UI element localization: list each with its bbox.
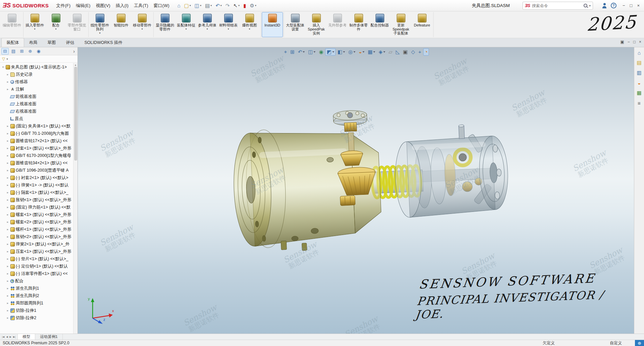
camera-icon[interactable]: ▣ [402,48,409,56]
tree-expand-arrow-icon[interactable]: ▸ [6,147,9,150]
tree-item[interactable]: ▸ (-) 衬套2<1> (默认) <<默认> [1,174,73,181]
assembly-features-button[interactable]: 装配体特征 ▾ [176,12,197,37]
dynamic-annotation-views-icon[interactable]: ◉ [317,48,325,56]
rebuild-icon[interactable]: ▮ [242,2,247,9]
bill-of-materials-button[interactable]: 材料明细表 ▾ [218,12,239,37]
undo-icon[interactable]: ↶ ▾ [214,2,223,9]
graphics-viewport[interactable]: ⌖ ⊞ ↶ ◫ ◉ [78,47,634,334]
tree-expand-arrow-icon[interactable]: ▸ [6,176,9,179]
panel-expand-arrow-icon[interactable]: › [72,49,76,54]
tree-item[interactable]: ▸ 派生孔阵列1 [1,285,73,292]
tree-expand-arrow-icon[interactable]: ▸ [6,80,9,83]
view-settings-icon[interactable]: ◈ [377,48,387,56]
tab-assembly[interactable]: 装配体 [1,38,24,47]
web-globe-icon[interactable]: ⊕ [635,340,644,346]
linear-component-pattern-button[interactable]: 线性零部件阵列 ▾ [89,12,110,37]
viewport-minimize-button[interactable]: − [628,40,630,44]
tree-expand-arrow-icon[interactable]: ▸ [6,191,9,194]
plane-display-icon[interactable]: ◇ [410,48,416,56]
doc-nav-button[interactable]: ▶ [10,336,11,338]
tree-expand-arrow-icon[interactable]: ▸ [6,250,9,253]
tree-item[interactable]: ▸ GB/T 1096-2003[普通平键 A [1,167,73,174]
tab-evaluate[interactable]: 评估 [61,38,80,47]
menu-file[interactable]: 文件(F) [53,1,73,10]
feature-manager-tab[interactable]: ⊟ [1,48,9,55]
instant3d-button[interactable]: Instant3D [262,12,283,37]
tree-expand-arrow-icon[interactable]: ▸ [6,206,9,209]
tree-expand-arrow-icon[interactable]: ▸ [6,213,9,216]
axes-display-icon[interactable]: + [417,48,423,56]
tree-item[interactable]: ▸ 胀销<2> (默认) <<默认>_外形 [1,233,73,240]
apply-scene-icon[interactable]: ▦ [366,48,377,56]
tree-item[interactable]: ▸ 胀销<1> (默认) <<默认>_外形 [1,196,73,204]
configuration-manager-tab[interactable]: ⊞ [18,48,26,55]
viewport-restore-button[interactable]: □ [633,40,636,44]
previous-view-icon[interactable]: ↶ [297,48,306,56]
tree-item[interactable]: ▸ (-) 定位销<1> (默认) <<默认 [1,263,73,270]
large-assembly-settings-button[interactable]: 大型装配体设置 [285,12,306,37]
tree-item[interactable]: ▸ (-) 隔套<1> (默认) <<默认>_ [1,189,73,196]
viewport-close-button[interactable]: × [639,40,641,44]
tree-expand-arrow-icon[interactable]: ▸ [6,198,9,201]
show-hidden-components-button[interactable]: 显示隐藏的零部件 [154,12,176,37]
solidworks-resources-icon[interactable]: ⌂ [636,49,643,56]
tree-expand-arrow-icon[interactable]: ▸ [6,124,9,128]
tree-expand-arrow-icon[interactable]: ▸ [6,154,9,157]
tree-expand-arrow-icon[interactable]: ▸ [6,183,9,187]
mate-button[interactable]: 配合 ▾ [45,12,66,37]
tree-item[interactable]: ▸ 切除-拉伸1 [1,307,73,314]
property-manager-tab[interactable]: ▤ [10,48,17,55]
edit-appearance-icon[interactable]: ◒ [357,48,366,56]
tab-solidworks-addins[interactable]: SOLIDWORKS 插件 [80,38,128,47]
tree-item[interactable]: ▸ (固定) 弹力筋<1> (默认) <<默 [1,204,73,211]
search-icon[interactable] [584,4,587,7]
tree-item[interactable]: ▸ 螺套<1> (默认) <<默认>_外形 [1,211,73,218]
search-dropdown-icon[interactable]: ▾ [589,4,591,7]
tree-expand-arrow-icon[interactable]: ▸ [6,161,9,165]
edit-component-button[interactable]: 编辑零部件 [1,12,22,37]
filter-dropdown-icon[interactable]: ▾ [6,57,8,61]
home-icon[interactable]: ⌂ [176,2,182,9]
tree-item[interactable]: ▸ (-) 活塞零件图<1> (默认) << [1,270,73,277]
tree-item[interactable]: ▾ 夹具总图 (默认) <显示状态-1> [1,63,73,71]
display-manager-tab[interactable]: ◉ [35,48,42,55]
panel-splitter[interactable] [77,47,78,334]
options-icon[interactable]: ⚙ ▾ [248,2,257,9]
perspective-icon[interactable]: ◺ [394,48,401,56]
reference-geometry-button[interactable]: 参考几何体 ▾ [197,12,218,37]
user-account-icon[interactable] [602,3,607,8]
help-icon[interactable]: ? [611,3,616,8]
tree-expand-arrow-icon[interactable]: ▸ [6,220,9,224]
tree-item[interactable]: ▸ 圆锥齿轮17×2<1> (默认) << [1,137,73,145]
mate-controller-button[interactable]: 配合控制器 [369,12,390,37]
tree-item[interactable]: ▸ (-) GB/T 70.1-2008[内六角圆 [1,130,73,137]
tree-item[interactable]: ▸ 弹簧2<1> (默认) <<默认>_外 [1,240,73,248]
zoom-area-icon[interactable]: ⊞ [289,48,296,56]
menu-view[interactable]: 视图(V) [93,1,113,10]
make-multibody-part-button[interactable]: 制作多体零件 [348,12,369,37]
tree-expand-arrow-icon[interactable]: ▸ [6,235,9,238]
menu-edit[interactable]: 编辑(E) [73,1,93,10]
tree-expand-arrow-icon[interactable]: ▸ [6,301,9,305]
tree-item[interactable]: ▸ (-) 垫片<1> (默认) <<默认>_ [1,255,73,263]
file-explorer-icon[interactable]: ▥ [636,69,643,76]
search-input[interactable] [532,3,582,8]
zoom-fit-icon[interactable]: ⌖ [283,48,288,56]
insert-speedpak-button[interactable]: 插入SpeedPak实例 [306,12,327,37]
scenes-icon[interactable]: ▦ [636,89,643,97]
viewport-dock-button[interactable]: ▣ [620,40,624,44]
tab-motion-study[interactable]: 运动算例1 [35,334,62,340]
tree-item[interactable]: ▸ 压套<1> (默认) <<默认>_外形 [1,248,73,255]
tab-sketch[interactable]: 草图 [43,38,61,47]
menu-insert[interactable]: 插入(I) [113,1,131,10]
tree-expand-arrow-icon[interactable]: ▸ [6,272,9,275]
tree-expand-arrow-icon[interactable]: ▸ [6,169,9,172]
menu-window[interactable]: 窗口(W) [151,1,172,10]
tree-expand-arrow-icon[interactable]: ▸ [6,242,9,246]
tree-expand-arrow-icon[interactable]: ▸ [6,257,9,261]
no-external-references-button[interactable]: 无外部参考 [327,12,348,37]
tree-item[interactable]: ▸ 历史记录 [1,71,73,78]
tree-item[interactable]: ▸ 局部圆周阵列1 [1,299,73,307]
tree-item[interactable]: ▸ 圆锥齿轮34×2<1> (默认) << [1,159,73,167]
tree-expand-arrow-icon[interactable]: ▾ [1,65,5,69]
